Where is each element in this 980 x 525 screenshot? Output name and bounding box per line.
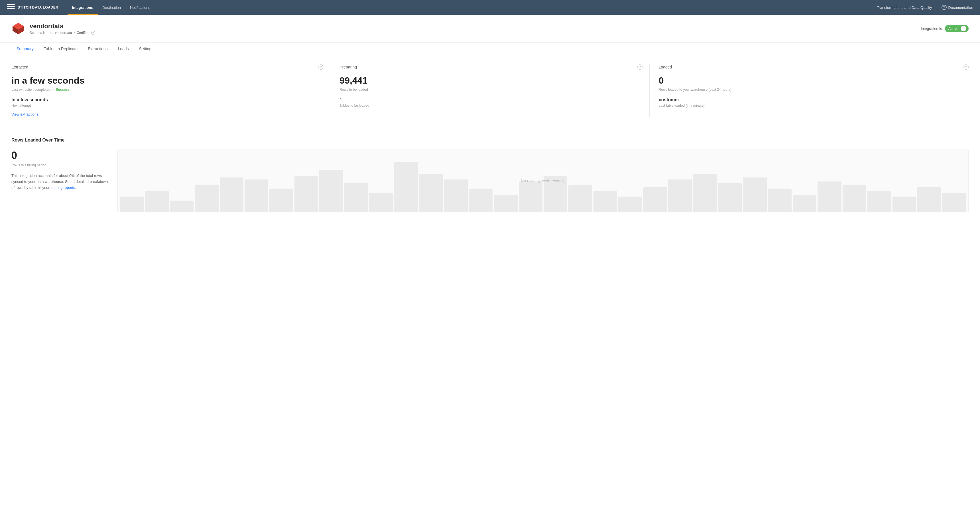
rows-big-number: 0 — [11, 150, 108, 161]
extracted-next-attempt-value: In a few seconds — [11, 97, 323, 102]
chart-bar — [618, 196, 642, 212]
integration-name: vendordata — [30, 22, 95, 30]
tabs-bar: Summary Tables to Replicate Extractions … — [0, 43, 980, 55]
main-nav: Integrations Destination Notifications — [68, 0, 877, 15]
chart-bar — [568, 185, 592, 212]
rows-chart: No rows synced recently. — [118, 150, 969, 212]
rows-content: 0 Rows this billing period This integrat… — [11, 150, 969, 212]
header-divider — [937, 5, 937, 10]
chart-bar — [469, 189, 493, 212]
chart-bar — [419, 174, 443, 212]
chart-bar — [942, 193, 966, 212]
integration-meta: Schema Name: vendordata • Certified ? — [30, 31, 95, 35]
stat-preparing: Preparing ? 99,441 Rows to be loaded 1 T… — [330, 64, 649, 117]
loaded-sub: Rows loaded to your warehouse (past 24 h… — [659, 88, 969, 92]
chart-bar — [369, 193, 393, 212]
extraction-status: Success — [56, 88, 70, 92]
chart-bar — [444, 179, 468, 212]
chart-bar — [693, 174, 717, 212]
main-content: vendordata Schema Name: vendordata • Cer… — [0, 15, 980, 525]
certified-help-icon[interactable]: ? — [91, 31, 95, 35]
chart-bar — [245, 179, 268, 212]
integration-header: vendordata Schema Name: vendordata • Cer… — [0, 15, 980, 43]
schema-value: vendordata — [55, 31, 72, 35]
stat-preparing-header: Preparing ? — [339, 64, 642, 70]
documentation-link[interactable]: ? Documentation — [942, 5, 973, 10]
chart-bar — [294, 176, 318, 212]
chart-bar — [170, 201, 194, 212]
chart-bar — [917, 187, 941, 212]
logo[interactable]: STITCH DATA LOADER — [7, 4, 59, 11]
view-extractions-link[interactable]: View extractions — [11, 112, 38, 116]
preparing-main-value: 99,441 — [339, 75, 642, 86]
rows-billing-label: Rows this billing period — [11, 163, 108, 167]
chart-empty-label: No rows synced recently. — [521, 179, 565, 183]
preparing-secondary-value: 1 — [339, 97, 642, 102]
nav-item-destination[interactable]: Destination — [98, 0, 126, 15]
stats-row: Extracted ? in a few seconds Last extrac… — [11, 64, 969, 126]
header-right: Transformations and Data Quality ? Docum… — [877, 5, 973, 10]
chart-bar — [269, 189, 293, 212]
stat-extracted-header: Extracted ? — [11, 64, 323, 70]
rows-description: This integration accounts for about 0% o… — [11, 173, 108, 191]
integration-name-block: vendordata Schema Name: vendordata • Cer… — [30, 22, 95, 35]
chart-bar — [768, 189, 792, 212]
preparing-sub: Rows to be loaded — [339, 88, 642, 92]
app-name: STITCH DATA LOADER — [18, 5, 59, 10]
chart-bar — [843, 185, 866, 212]
tab-tables-to-replicate[interactable]: Tables to Replicate — [39, 43, 83, 55]
status-label: Integration is — [921, 27, 942, 31]
chart-bar — [344, 183, 368, 212]
chart-bar — [668, 179, 692, 212]
chart-bar — [718, 183, 742, 212]
toggle-label: Active — [948, 27, 958, 31]
chart-bar — [892, 196, 916, 212]
tab-summary[interactable]: Summary — [11, 43, 39, 55]
transformations-link[interactable]: Transformations and Data Quality — [877, 5, 932, 10]
nav-item-notifications[interactable]: Notifications — [126, 0, 155, 15]
stat-loaded-header: Loaded ? — [659, 64, 969, 70]
chart-bar — [818, 182, 841, 212]
extracted-title: Extracted — [11, 65, 28, 69]
extracted-main-value: in a few seconds — [11, 75, 323, 86]
stat-extracted: Extracted ? in a few seconds Last extrac… — [11, 64, 330, 117]
chart-bar — [867, 191, 891, 212]
menu-icon — [7, 4, 15, 11]
content-area: Extracted ? in a few seconds Last extrac… — [0, 55, 980, 222]
chart-bar — [220, 177, 243, 212]
rows-left: 0 Rows this billing period This integrat… — [11, 150, 108, 191]
extracted-help-icon[interactable]: ? — [318, 64, 323, 70]
chart-bar — [319, 170, 343, 212]
header: STITCH DATA LOADER Integrations Destinat… — [0, 0, 980, 15]
loaded-secondary-label: Last table loaded (in a minute) — [659, 104, 969, 108]
chart-bar — [643, 187, 667, 212]
rows-loaded-section: Rows Loaded Over Time 0 Rows this billin… — [11, 135, 969, 212]
tab-loads[interactable]: Loads — [113, 43, 134, 55]
chart-bar — [494, 195, 517, 212]
chart-bar — [593, 191, 617, 212]
integration-info: vendordata Schema Name: vendordata • Cer… — [11, 22, 95, 35]
tab-settings[interactable]: Settings — [134, 43, 159, 55]
tab-extractions[interactable]: Extractions — [83, 43, 113, 55]
preparing-help-icon[interactable]: ? — [637, 64, 643, 70]
active-toggle[interactable]: Active — [945, 25, 969, 32]
integration-status: Integration is Active — [921, 25, 969, 32]
loaded-secondary-value: customer — [659, 97, 969, 102]
nav-item-integrations[interactable]: Integrations — [68, 0, 98, 15]
meta-dot: • — [74, 31, 75, 35]
extracted-next-attempt-label: Next attempt — [11, 104, 323, 108]
chart-bar — [793, 195, 816, 212]
help-icon: ? — [942, 5, 947, 10]
chart-bar — [519, 182, 542, 212]
preparing-title: Preparing — [339, 65, 357, 69]
loaded-title: Loaded — [659, 65, 672, 69]
rows-section-title: Rows Loaded Over Time — [11, 137, 969, 143]
loading-reports-link[interactable]: loading reports — [51, 185, 75, 190]
stat-loaded: Loaded ? 0 Rows loaded to your warehouse… — [650, 64, 969, 117]
toggle-knob — [961, 26, 966, 31]
chart-bar — [120, 196, 144, 212]
chart-bar — [394, 162, 418, 212]
certified-label: Certified — [77, 31, 89, 35]
loaded-main-value: 0 — [659, 75, 969, 86]
loaded-help-icon[interactable]: ? — [964, 64, 969, 70]
